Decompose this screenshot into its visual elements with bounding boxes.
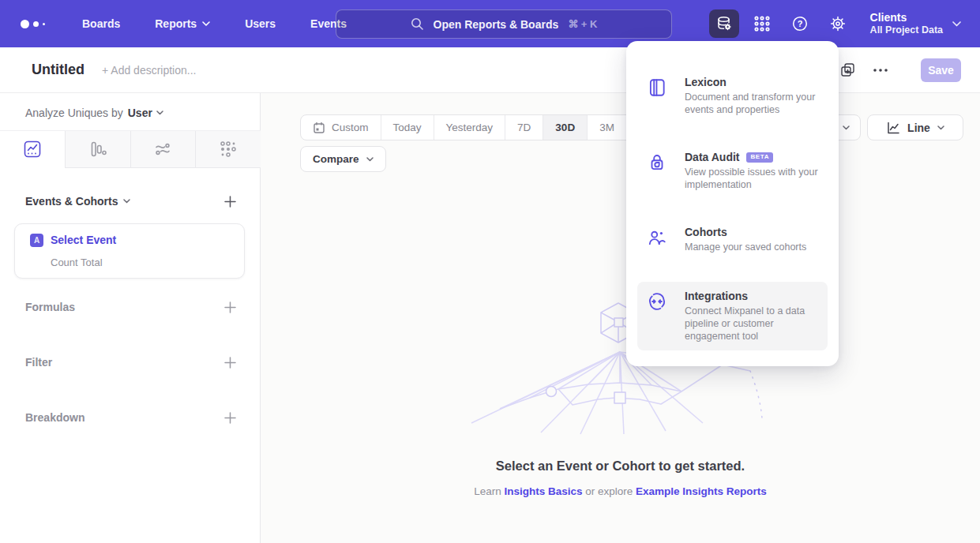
filter-section: Filter <box>25 356 236 369</box>
chart-type-dropdown[interactable]: Line <box>867 114 963 140</box>
date-range-30d[interactable]: 30D <box>543 115 587 140</box>
beta-badge: BETA <box>746 152 773 163</box>
duplicate-button[interactable] <box>835 58 859 82</box>
flow-chart-icon <box>153 140 172 159</box>
query-builder-sidebar: Analyze Uniques by User <box>0 93 261 543</box>
events-cohorts-label: Events & Cohorts <box>25 195 118 208</box>
date-range-yesterday[interactable]: Yesterday <box>434 115 505 140</box>
global-search-button[interactable]: Open Reports & Boards ⌘ + K <box>336 9 672 39</box>
add-formula-button[interactable] <box>224 301 236 313</box>
add-filter-button[interactable] <box>224 357 236 369</box>
add-breakdown-button[interactable] <box>224 412 236 424</box>
help-button[interactable]: ? <box>785 9 815 38</box>
data-management-menu: Lexicon Document and transform your even… <box>626 41 839 366</box>
chevron-down-icon <box>366 157 374 162</box>
compare-dropdown[interactable]: Compare <box>300 146 386 172</box>
bar-chart-icon <box>88 140 107 159</box>
settings-button[interactable] <box>823 9 853 38</box>
events-cohorts-section: Events & Cohorts <box>25 195 236 208</box>
empty-state-subtitle: Learn Insights Basics or explore Example… <box>261 485 980 497</box>
analyze-row: Analyze Uniques by User <box>25 107 163 119</box>
grid-dots-icon <box>753 15 771 32</box>
tab-stacked-chart[interactable] <box>130 131 196 168</box>
date-range-today[interactable]: Today <box>381 115 434 140</box>
data-audit-icon <box>647 151 667 191</box>
empty-state: Select an Event or Cohort to get started… <box>261 459 980 497</box>
integrations-sync-icon <box>647 290 667 343</box>
svg-text:?: ? <box>797 19 802 28</box>
breakdown-label: Breakdown <box>25 411 84 424</box>
search-shortcut: ⌘ + K <box>568 18 597 30</box>
menu-item-data-audit-description: View possible issues with your implement… <box>685 166 824 191</box>
example-reports-link[interactable]: Example Insights Reports <box>636 485 767 497</box>
save-button[interactable]: Save <box>921 58 961 82</box>
analyze-by-value: User <box>128 107 152 119</box>
menu-item-lexicon-description: Document and transform your events and p… <box>685 91 824 116</box>
date-range-3m[interactable]: 3M <box>587 115 626 140</box>
chart-type-label: Line <box>907 122 930 134</box>
dots-grid-icon <box>219 140 238 159</box>
lexicon-book-icon <box>647 76 667 116</box>
select-event-button[interactable]: Select Event <box>51 234 116 246</box>
mixpanel-logo-icon[interactable] <box>21 20 52 28</box>
date-range-custom[interactable]: Custom <box>301 115 381 140</box>
more-options-button[interactable] <box>869 58 892 82</box>
date-range-7d[interactable]: 7D <box>505 115 543 140</box>
copy-plus-icon <box>840 62 855 77</box>
nav-links: Boards Reports Users Events <box>82 17 347 30</box>
breakdown-section: Breakdown <box>25 411 236 424</box>
menu-item-lexicon-title: Lexicon <box>685 76 727 88</box>
tab-bar-chart[interactable] <box>65 131 130 168</box>
apps-grid-button[interactable] <box>747 9 777 38</box>
project-selector[interactable]: Clients All Project Data <box>870 11 961 36</box>
events-cohorts-header[interactable]: Events & Cohorts <box>25 195 130 208</box>
menu-item-cohorts-title: Cohorts <box>685 226 727 238</box>
add-event-button[interactable] <box>224 196 236 208</box>
chevron-down-icon <box>202 21 210 26</box>
empty-state-title: Select an Event or Cohort to get started… <box>261 459 980 474</box>
menu-item-lexicon[interactable]: Lexicon Document and transform your even… <box>637 68 828 124</box>
empty-state-prefix: Learn <box>474 485 501 497</box>
menu-item-cohorts[interactable]: Cohorts Manage your saved cohorts <box>637 218 828 261</box>
date-range-7d-label: 7D <box>517 122 531 133</box>
add-description-field[interactable]: + Add description... <box>102 64 196 77</box>
menu-item-integrations-description: Connect Mixpanel to a data pipeline or c… <box>685 305 824 343</box>
chevron-down-icon <box>937 125 944 130</box>
nav-item-users-label: Users <box>245 17 276 30</box>
event-card[interactable]: A Select Event Count Total <box>14 223 245 279</box>
menu-item-data-audit-title: Data Audit <box>685 151 739 163</box>
plus-icon <box>224 301 236 313</box>
project-name: Clients <box>870 11 943 24</box>
nav-item-users[interactable]: Users <box>245 17 276 30</box>
report-title[interactable]: Untitled <box>32 62 84 78</box>
chevron-down-icon <box>952 21 961 27</box>
tab-line-chart[interactable] <box>0 131 65 168</box>
empty-state-middle: or explore <box>585 485 633 497</box>
event-metric-dropdown[interactable]: Count Total <box>51 257 103 268</box>
analyze-label: Analyze Uniques by <box>25 107 123 119</box>
cohorts-users-icon <box>647 226 667 253</box>
date-range-today-label: Today <box>393 122 422 133</box>
navbar-right: ? Clients All Project Data <box>709 0 961 47</box>
nav-item-reports[interactable]: Reports <box>155 17 210 30</box>
menu-item-data-audit[interactable]: Data Audit BETA View possible issues wit… <box>637 143 828 199</box>
nav-item-boards[interactable]: Boards <box>82 17 120 30</box>
tab-metric-grid[interactable] <box>195 131 261 168</box>
line-chart-icon <box>886 121 900 135</box>
date-range-30d-label: 30D <box>555 122 575 133</box>
menu-item-integrations[interactable]: Integrations Connect Mixpanel to a data … <box>637 282 828 350</box>
date-range-yesterday-label: Yesterday <box>446 122 494 133</box>
data-management-button[interactable] <box>709 9 739 38</box>
gear-icon <box>829 15 847 32</box>
formulas-label: Formulas <box>25 301 75 313</box>
top-navbar: Boards Reports Users Events Open Reports… <box>0 0 980 47</box>
insights-basics-link[interactable]: Insights Basics <box>504 485 582 497</box>
search-placeholder: Open Reports & Boards <box>434 18 559 31</box>
event-letter-badge: A <box>30 234 43 247</box>
analyze-by-dropdown[interactable]: User <box>128 107 163 119</box>
date-range-custom-label: Custom <box>332 122 369 133</box>
date-range-control: Custom Today Yesterday 7D 30D 3M 6M <box>300 114 666 140</box>
date-range-3m-label: 3M <box>599 122 614 133</box>
help-icon: ? <box>791 15 809 32</box>
plus-icon <box>224 412 236 424</box>
